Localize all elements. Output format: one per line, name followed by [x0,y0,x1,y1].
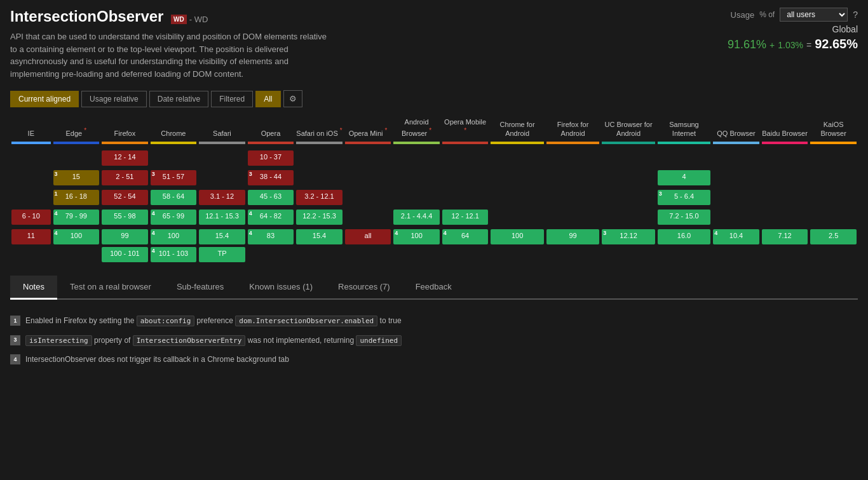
cell-uc-r3 [600,189,656,208]
safari-bar [199,142,245,144]
th-opera-mini: Opera Mini * [344,115,393,149]
usage-equals: = [806,40,811,50]
bottom-tab-feedback[interactable]: Feedback [403,276,465,300]
gear-icon[interactable]: ⚙ [283,90,302,107]
usage-percent-label: % of [759,10,775,19]
uc-browser-bar [602,142,654,144]
cell-edge-r2: 3 15 [52,169,101,189]
page-title: IntersectionObserver [10,8,163,25]
usage-total: 92.65% [815,37,858,51]
firefox-android-bar [546,142,599,144]
cell-baidu-r5: 7.12 [761,228,810,246]
usage-dropdown[interactable]: all users tracked users [780,8,848,22]
cell-opera-mini-r6 [344,246,393,265]
cell-safari-r3: 3.1 - 12 [198,189,247,208]
cell-opera-mini-r2 [344,169,393,189]
cell-qq-r4 [712,208,761,228]
th-uc-browser: UC Browser for Android [600,115,656,149]
bottom-tab-resources[interactable]: Resources (7) [325,276,403,300]
cell-opera-mini-r5: all [344,228,393,246]
tab-date-relative[interactable]: Date relative [149,91,208,107]
bottom-tab-known-issues[interactable]: Known issues (1) [236,276,325,300]
cell-uc-r5: 3 12.12 [600,228,656,246]
bottom-tabs: Notes Test on a real browser Sub-feature… [10,276,858,300]
table-row: 6 - 10 4 79 - 99 55 - 98 4 65 - 99 [10,208,858,228]
cell-opera-r3: 45 - 63 [247,189,295,208]
opera-bar [248,142,294,144]
safari-ios-bar [296,142,342,144]
table-row: 11 4 100 99 4 100 15.4 [10,228,858,246]
cell-android-r2 [392,169,441,189]
notes-section: 1 Enabled in Firefox by setting the abou… [10,310,858,378]
th-safari: Safari [198,115,247,149]
note-4-text: IntersectionObserver does not trigger it… [25,354,289,365]
cell-uc-r2 [600,169,656,189]
cell-opera-mob-r5: 4 64 [441,228,490,246]
cell-firefox-r1: 12 - 14 [100,149,149,169]
note-1-text: Enabled in Firefox by setting the about:… [25,315,402,327]
cell-android-r1 [392,149,441,169]
bottom-tab-subfeatures[interactable]: Sub-features [164,276,236,300]
usage-value2: 1.03% [778,40,803,50]
cell-ie-r6 [10,246,52,265]
cell-ie-r2 [10,169,52,189]
cell-ie-r1 [10,149,52,169]
note-num-1: 1 [10,316,20,326]
cell-baidu-r1 [761,149,810,169]
qq-bar [713,142,759,144]
cell-samsung-r2: 4 [656,169,712,189]
note-3: 3 isIntersecting property of Intersectio… [10,335,858,347]
browser-header-row: IE Edge * Firefox Chrome [10,115,858,149]
tab-usage-relative[interactable]: Usage relative [81,91,147,107]
bottom-tab-notes[interactable]: Notes [10,276,57,300]
th-ie: IE [10,115,52,149]
cell-opera-mob-r6 [441,246,490,265]
th-safari-ios: Safari on iOS * [295,115,344,149]
th-chrome: Chrome [149,115,198,149]
tab-current-aligned[interactable]: Current aligned [10,91,79,107]
header-row: IntersectionObserver WD - WD API that ca… [10,8,858,80]
compat-table-wrapper: IE Edge * Firefox Chrome [10,115,858,265]
cell-qq-r2 [712,169,761,189]
cell-opera-r2: 3 38 - 44 [247,169,295,189]
cell-kaios-r3 [809,189,858,208]
cell-firefox-r6: 100 - 101 [100,246,149,265]
cell-firefox-r4: 55 - 98 [100,208,149,228]
cell-ff-and-r2 [545,169,600,189]
cell-edge-r1 [52,149,101,169]
bottom-tab-test[interactable]: Test on a real browser [57,276,164,300]
usage-value1: 91.61% [728,38,766,51]
cell-chrome-and-r1 [489,149,545,169]
cell-opera-mob-r1 [441,149,490,169]
cell-opera-mob-r3 [441,189,490,208]
cell-safari-r2 [198,169,247,189]
cell-qq-r3 [712,189,761,208]
cell-baidu-r4 [761,208,810,228]
cell-opera-r4: 4 64 - 82 [247,208,295,228]
tab-filtered[interactable]: Filtered [211,91,253,107]
cell-qq-r1 [712,149,761,169]
cell-opera-r1: 10 - 37 [247,149,295,169]
cell-firefox-r2: 2 - 51 [100,169,149,189]
cell-opera-mini-r1 [344,149,393,169]
cell-ie-r5: 11 [10,228,52,246]
cell-uc-r6 [600,246,656,265]
cell-chrome-and-r4 [489,208,545,228]
note-num-4: 4 [10,354,20,364]
usage-plus: + [770,40,775,50]
compat-table: IE Edge * Firefox Chrome [10,115,858,265]
cell-uc-r4 [600,208,656,228]
th-opera: Opera [247,115,295,149]
cell-samsung-r6 [656,246,712,265]
cell-edge-r3: 1 16 - 18 [52,189,101,208]
chrome-bar [151,142,197,144]
cell-chrome-and-r2 [489,169,545,189]
tab-all[interactable]: All [255,91,280,107]
note-4: 4 IntersectionObserver does not trigger … [10,354,858,365]
usage-help-icon[interactable]: ? [853,10,858,20]
th-baidu: Baidu Browser [761,115,810,149]
kaios-bar [810,142,857,144]
opera-mini-bar [345,142,391,144]
cell-kaios-r6 [809,246,858,265]
android-browser-bar [393,142,440,144]
